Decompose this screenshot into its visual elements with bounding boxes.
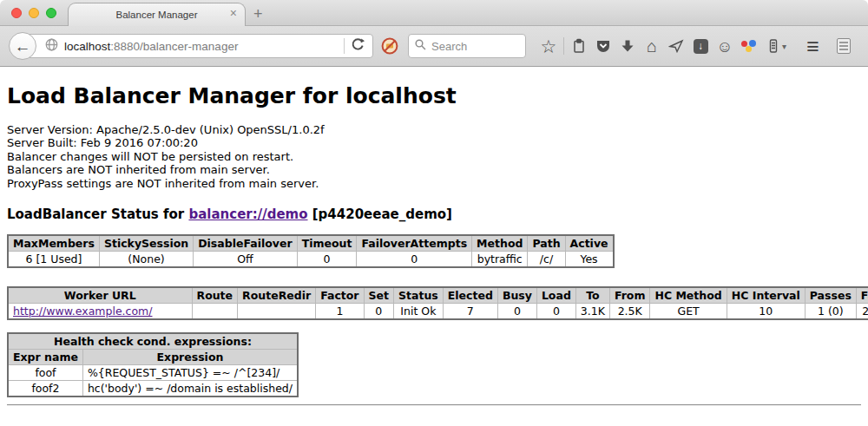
url-domain: localhost	[64, 40, 110, 53]
health-table-title: Health check cond. expressions:	[8, 333, 298, 350]
battery-icon	[766, 37, 781, 55]
globe-icon	[44, 37, 59, 56]
search-icon	[414, 38, 427, 55]
star-icon: ☆	[541, 37, 557, 56]
worker-url-cell: http://www.example.com/	[8, 304, 192, 320]
worker-cell: 2.5K	[609, 304, 650, 320]
url-path: :8880/balancer-manager	[110, 40, 238, 53]
balancer-cell: Yes	[565, 252, 613, 268]
url-bar[interactable]: localhost:8880/balancer-manager	[23, 34, 373, 58]
worker-column-header: Passes	[805, 287, 856, 304]
search-bar[interactable]	[408, 34, 526, 58]
worker-column-header: Busy	[497, 287, 536, 304]
balancer-column-header: Timeout	[297, 235, 357, 252]
worker-cell: 7	[443, 304, 497, 320]
health-table-header-row: Expr nameExpression	[8, 350, 298, 365]
status-heading-suffix: [p4420eeae_demo]	[308, 206, 452, 222]
worker-column-header: Set	[364, 287, 393, 304]
back-button[interactable]: ←	[9, 32, 36, 60]
clipboard-button[interactable]	[567, 34, 591, 58]
hamburger-icon: ≡	[806, 36, 819, 57]
proxypass-notice-line: ProxyPass settings are NOT inherited fro…	[7, 177, 861, 190]
toolbar-icons: ☆ ⌂	[536, 34, 856, 58]
balancer-cell: 0	[357, 252, 472, 268]
balancer-demo-link[interactable]: balancer://demo	[188, 206, 307, 222]
worker-url-link[interactable]: http://www.example.com/	[13, 305, 152, 318]
square-download-icon: ↓	[694, 39, 708, 54]
status-heading-prefix: LoadBalancer Status for	[7, 206, 188, 222]
menu-button[interactable]: ≡	[800, 34, 825, 58]
loadbalancer-status-heading: LoadBalancer Status for balancer://demo …	[7, 206, 861, 222]
worker-column-header: Status	[394, 287, 444, 304]
pocket-icon	[595, 38, 611, 54]
page-title: Load Balancer Manager for localhost	[7, 83, 861, 108]
home-button[interactable]: ⌂	[640, 34, 664, 58]
worker-column-header: Fails	[856, 287, 868, 304]
balancer-column-header: Path	[528, 235, 565, 252]
worker-cell	[192, 304, 238, 320]
worker-cell: 0	[364, 304, 393, 320]
page-tool-button[interactable]	[832, 34, 856, 58]
close-window-button[interactable]	[11, 8, 22, 18]
color-dots-icon	[741, 38, 757, 54]
balancer-settings-table: MaxMembersStickySessionDisableFailoverTi…	[7, 234, 615, 268]
bottom-divider	[7, 404, 861, 406]
worker-column-header: Load	[536, 287, 575, 304]
balancer-cell: (None)	[99, 252, 193, 268]
balancer-column-header: Active	[565, 235, 613, 252]
balancer-column-header: MaxMembers	[8, 235, 99, 252]
inherit-notice-line: Balancers are NOT inherited from main se…	[7, 163, 861, 176]
download-arrow-icon	[620, 38, 635, 54]
toolbar-separator	[563, 37, 564, 55]
health-table-row: foof2hc('body') =~ /domain is establishe…	[8, 381, 298, 397]
balancer-column-header: StickySession	[99, 235, 193, 252]
colordots-addon-button[interactable]	[737, 34, 761, 58]
balancer-column-header: Method	[472, 235, 528, 252]
server-version-line: Server Version: Apache/2.5.0-dev (Unix) …	[7, 123, 861, 136]
home-icon: ⌂	[647, 37, 657, 55]
reload-icon[interactable]	[351, 37, 365, 56]
balancer-cell: /c/	[528, 252, 565, 268]
browser-tab[interactable]: Balancer Manager ×	[68, 3, 246, 26]
balancer-column-header: FailoverAttempts	[357, 235, 472, 252]
chat-button[interactable]: ☺	[713, 34, 737, 58]
health-table-title-row: Health check cond. expressions:	[8, 333, 298, 350]
worker-cell: Init Ok	[394, 304, 444, 320]
send-button[interactable]	[664, 34, 688, 58]
pocket-button[interactable]	[591, 34, 615, 58]
worker-table-data-row: http://www.example.com/10Init Ok7003.1K2…	[8, 304, 868, 320]
plugin-blocked-icon[interactable]	[381, 37, 398, 55]
health-expression-cell: hc('body') =~ /domain is established/	[82, 381, 298, 397]
tab-close-icon[interactable]: ×	[230, 7, 237, 19]
server-info: Server Version: Apache/2.5.0-dev (Unix) …	[7, 123, 861, 190]
paper-plane-icon	[668, 38, 684, 54]
bookmark-star-button[interactable]: ☆	[536, 34, 561, 58]
balancer-column-header: DisableFailover	[194, 235, 297, 252]
back-icon: ←	[15, 38, 31, 55]
chevron-down-icon[interactable]: ▾	[782, 42, 786, 51]
health-check-table: Health check cond. expressions: Expr nam…	[7, 332, 299, 397]
zoom-window-button[interactable]	[46, 8, 56, 18]
health-column-header: Expr name	[8, 350, 82, 365]
balancer-cell: Off	[194, 252, 297, 268]
worker-cell: 3.1K	[575, 304, 609, 320]
tab-title: Balancer Manager	[116, 10, 198, 20]
downloads-button[interactable]	[615, 34, 640, 58]
worker-column-header: RouteRedir	[238, 287, 316, 304]
worker-column-header: Worker URL	[8, 287, 192, 304]
window-controls	[11, 8, 56, 18]
browser-window: Balancer Manager × + ← localhost:8880/ba…	[0, 0, 868, 426]
navigation-toolbar: ← localhost:8880/balancer-manager	[0, 26, 868, 67]
worker-status-table: Worker URLRouteRouteRedirFactorSetStatus…	[7, 286, 868, 320]
url-text: localhost:8880/balancer-manager	[64, 40, 238, 53]
server-built-line: Server Built: Feb 9 2016 07:00:20	[7, 136, 861, 149]
worker-column-header: Factor	[316, 287, 364, 304]
worker-cell: 0	[536, 304, 575, 320]
search-input[interactable]	[431, 40, 510, 53]
balancer-table-header-row: MaxMembersStickySessionDisableFailoverTi…	[8, 235, 614, 252]
smiley-icon: ☺	[716, 38, 733, 55]
balancer-cell: bytraffic	[472, 252, 528, 268]
download-addon-button[interactable]: ↓	[688, 34, 713, 58]
minimize-window-button[interactable]	[29, 8, 39, 18]
new-tab-button[interactable]: +	[253, 5, 263, 23]
